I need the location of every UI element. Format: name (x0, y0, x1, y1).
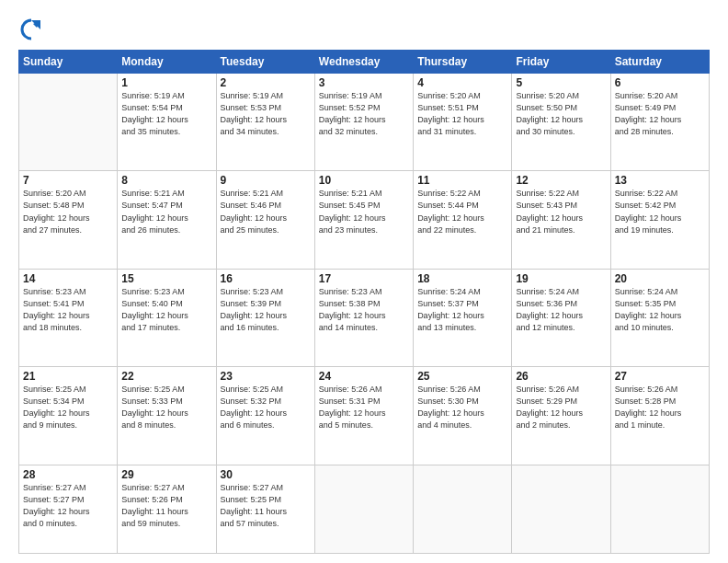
day-number: 18 (417, 272, 507, 285)
day-info: Sunrise: 5:21 AM Sunset: 5:45 PM Dayligh… (319, 188, 409, 236)
day-number: 8 (121, 174, 211, 187)
calendar-cell: 20Sunrise: 5:24 AM Sunset: 5:35 PM Dayli… (610, 269, 709, 366)
calendar-cell: 23Sunrise: 5:25 AM Sunset: 5:32 PM Dayli… (216, 367, 314, 465)
day-number: 30 (221, 468, 311, 481)
calendar-cell: 10Sunrise: 5:21 AM Sunset: 5:45 PM Dayli… (314, 171, 413, 269)
calendar-cell: 18Sunrise: 5:24 AM Sunset: 5:37 PM Dayli… (414, 269, 512, 366)
calendar-cell: 22Sunrise: 5:25 AM Sunset: 5:33 PM Dayli… (118, 367, 216, 465)
day-info: Sunrise: 5:23 AM Sunset: 5:38 PM Dayligh… (319, 286, 409, 334)
calendar-cell: 5Sunrise: 5:20 AM Sunset: 5:50 PM Daylig… (512, 74, 610, 171)
day-info: Sunrise: 5:26 AM Sunset: 5:29 PM Dayligh… (516, 384, 606, 431)
calendar-cell: 3Sunrise: 5:19 AM Sunset: 5:52 PM Daylig… (314, 74, 413, 171)
day-info: Sunrise: 5:24 AM Sunset: 5:35 PM Dayligh… (615, 286, 705, 334)
calendar-cell: 24Sunrise: 5:26 AM Sunset: 5:31 PM Dayli… (314, 367, 413, 465)
logo-icon (18, 17, 44, 42)
day-info: Sunrise: 5:23 AM Sunset: 5:39 PM Dayligh… (221, 286, 311, 334)
day-info: Sunrise: 5:21 AM Sunset: 5:46 PM Dayligh… (221, 188, 311, 236)
day-number: 20 (615, 272, 705, 285)
day-info: Sunrise: 5:24 AM Sunset: 5:37 PM Dayligh… (417, 286, 507, 334)
day-number: 15 (121, 272, 211, 285)
day-number: 7 (23, 174, 113, 187)
day-info: Sunrise: 5:23 AM Sunset: 5:41 PM Dayligh… (23, 286, 113, 334)
week-row-2: 7Sunrise: 5:20 AM Sunset: 5:48 PM Daylig… (19, 171, 710, 269)
calendar-cell: 9Sunrise: 5:21 AM Sunset: 5:46 PM Daylig… (216, 171, 314, 269)
calendar-table: SundayMondayTuesdayWednesdayThursdayFrid… (18, 50, 710, 554)
calendar-cell: 27Sunrise: 5:26 AM Sunset: 5:28 PM Dayli… (610, 367, 709, 465)
day-number: 22 (121, 370, 211, 383)
calendar-header-friday: Friday (512, 51, 610, 74)
calendar-cell: 30Sunrise: 5:27 AM Sunset: 5:25 PM Dayli… (216, 465, 314, 553)
calendar-header-wednesday: Wednesday (314, 51, 413, 74)
day-info: Sunrise: 5:27 AM Sunset: 5:27 PM Dayligh… (23, 482, 113, 530)
calendar-header-row: SundayMondayTuesdayWednesdayThursdayFrid… (19, 51, 710, 74)
calendar-cell: 25Sunrise: 5:26 AM Sunset: 5:30 PM Dayli… (414, 367, 512, 465)
day-info: Sunrise: 5:27 AM Sunset: 5:26 PM Dayligh… (121, 482, 211, 530)
day-number: 23 (221, 370, 311, 383)
day-number: 13 (615, 174, 705, 187)
calendar-cell (19, 74, 118, 171)
page: SundayMondayTuesdayWednesdayThursdayFrid… (0, 0, 728, 563)
day-number: 9 (221, 174, 311, 187)
week-row-1: 1Sunrise: 5:19 AM Sunset: 5:54 PM Daylig… (19, 74, 710, 171)
calendar-cell: 21Sunrise: 5:25 AM Sunset: 5:34 PM Dayli… (19, 367, 118, 465)
calendar-cell: 26Sunrise: 5:26 AM Sunset: 5:29 PM Dayli… (512, 367, 610, 465)
day-info: Sunrise: 5:26 AM Sunset: 5:28 PM Dayligh… (615, 384, 705, 431)
calendar-header-saturday: Saturday (610, 51, 709, 74)
calendar-cell: 16Sunrise: 5:23 AM Sunset: 5:39 PM Dayli… (216, 269, 314, 366)
week-row-5: 28Sunrise: 5:27 AM Sunset: 5:27 PM Dayli… (19, 465, 710, 553)
day-info: Sunrise: 5:20 AM Sunset: 5:50 PM Dayligh… (516, 90, 606, 138)
day-number: 1 (121, 76, 211, 89)
day-number: 24 (319, 370, 409, 383)
calendar-cell: 17Sunrise: 5:23 AM Sunset: 5:38 PM Dayli… (314, 269, 413, 366)
day-info: Sunrise: 5:26 AM Sunset: 5:31 PM Dayligh… (319, 384, 409, 431)
calendar-header-tuesday: Tuesday (216, 51, 314, 74)
calendar-cell: 4Sunrise: 5:20 AM Sunset: 5:51 PM Daylig… (414, 74, 512, 171)
day-info: Sunrise: 5:25 AM Sunset: 5:34 PM Dayligh… (23, 384, 113, 431)
day-number: 29 (121, 468, 211, 481)
day-number: 12 (516, 174, 606, 187)
calendar-cell: 28Sunrise: 5:27 AM Sunset: 5:27 PM Dayli… (19, 465, 118, 553)
day-info: Sunrise: 5:22 AM Sunset: 5:44 PM Dayligh… (417, 188, 507, 236)
day-info: Sunrise: 5:20 AM Sunset: 5:51 PM Dayligh… (417, 90, 507, 138)
day-number: 16 (221, 272, 311, 285)
day-info: Sunrise: 5:27 AM Sunset: 5:25 PM Dayligh… (221, 482, 311, 530)
day-number: 3 (319, 76, 409, 89)
calendar-header-thursday: Thursday (414, 51, 512, 74)
calendar-header-monday: Monday (118, 51, 216, 74)
day-number: 27 (615, 370, 705, 383)
calendar-cell (414, 465, 512, 553)
day-info: Sunrise: 5:24 AM Sunset: 5:36 PM Dayligh… (516, 286, 606, 334)
calendar-cell (610, 465, 709, 553)
day-info: Sunrise: 5:19 AM Sunset: 5:54 PM Dayligh… (121, 90, 211, 138)
calendar-cell: 1Sunrise: 5:19 AM Sunset: 5:54 PM Daylig… (118, 74, 216, 171)
week-row-4: 21Sunrise: 5:25 AM Sunset: 5:34 PM Dayli… (19, 367, 710, 465)
calendar-cell: 8Sunrise: 5:21 AM Sunset: 5:47 PM Daylig… (118, 171, 216, 269)
day-info: Sunrise: 5:19 AM Sunset: 5:52 PM Dayligh… (319, 90, 409, 138)
day-info: Sunrise: 5:19 AM Sunset: 5:53 PM Dayligh… (221, 90, 311, 138)
day-number: 10 (319, 174, 409, 187)
day-info: Sunrise: 5:25 AM Sunset: 5:32 PM Dayligh… (221, 384, 311, 431)
day-info: Sunrise: 5:20 AM Sunset: 5:49 PM Dayligh… (615, 90, 705, 138)
calendar-cell (512, 465, 610, 553)
calendar-cell (314, 465, 413, 553)
day-number: 26 (516, 370, 606, 383)
day-info: Sunrise: 5:25 AM Sunset: 5:33 PM Dayligh… (121, 384, 211, 431)
calendar-cell: 15Sunrise: 5:23 AM Sunset: 5:40 PM Dayli… (118, 269, 216, 366)
day-number: 14 (23, 272, 113, 285)
day-number: 5 (516, 76, 606, 89)
day-number: 17 (319, 272, 409, 285)
calendar-cell: 11Sunrise: 5:22 AM Sunset: 5:44 PM Dayli… (414, 171, 512, 269)
calendar-cell: 14Sunrise: 5:23 AM Sunset: 5:41 PM Dayli… (19, 269, 118, 366)
day-number: 11 (417, 174, 507, 187)
day-number: 6 (615, 76, 705, 89)
calendar-cell: 2Sunrise: 5:19 AM Sunset: 5:53 PM Daylig… (216, 74, 314, 171)
day-info: Sunrise: 5:21 AM Sunset: 5:47 PM Dayligh… (121, 188, 211, 236)
day-number: 28 (23, 468, 113, 481)
day-info: Sunrise: 5:26 AM Sunset: 5:30 PM Dayligh… (417, 384, 507, 431)
day-number: 21 (23, 370, 113, 383)
day-info: Sunrise: 5:23 AM Sunset: 5:40 PM Dayligh… (121, 286, 211, 334)
day-info: Sunrise: 5:22 AM Sunset: 5:43 PM Dayligh… (516, 188, 606, 236)
day-number: 19 (516, 272, 606, 285)
calendar-cell: 12Sunrise: 5:22 AM Sunset: 5:43 PM Dayli… (512, 171, 610, 269)
logo (18, 17, 48, 42)
